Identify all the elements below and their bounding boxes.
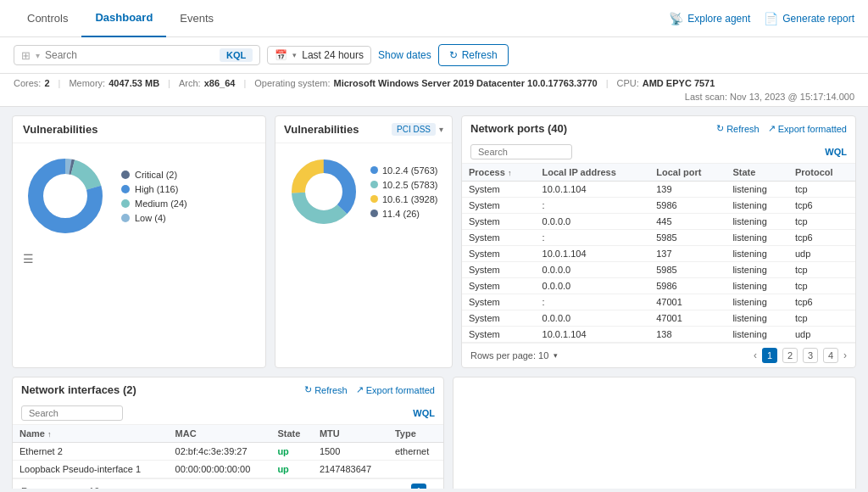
list-icon[interactable]: ☰ (23, 252, 34, 266)
iface-page-1[interactable]: 1 (411, 484, 426, 489)
cpu-label: CPU: (616, 78, 638, 88)
refresh-button[interactable]: ↻ Refresh (438, 44, 509, 66)
nav-actions: 📡 Explore agent 📄 Generate report (669, 12, 854, 25)
network-ports-card: Network ports (40) ↻ Refresh ↗ Export fo… (461, 115, 856, 368)
table-row: System 10.0.1.104 138 listening udp (462, 327, 855, 343)
iface-prev-icon[interactable]: ‹ (403, 485, 406, 489)
iface-rows-per-page-label: Rows per page: 10 (21, 486, 99, 489)
interfaces-refresh-button[interactable]: ↻ Refresh (304, 384, 348, 395)
interfaces-search-row: WQL (13, 402, 443, 425)
vuln-left-footer: ☰ (13, 249, 265, 272)
ports-title: Network ports (40) (470, 122, 567, 135)
table-row: Ethernet 2 02:bf:4c:3e:39:27 up 1500 eth… (13, 443, 443, 461)
ports-page-2[interactable]: 2 (782, 348, 798, 363)
ports-search-row: WQL (462, 141, 855, 164)
os-value: Microsoft Windows Server 2019 Datacenter… (334, 78, 598, 88)
ports-next-icon[interactable]: › (843, 349, 847, 361)
calendar-icon: 📅 (275, 49, 287, 61)
pci-dss-label: PCI DSS (392, 123, 436, 136)
top-nav: Controls Dashboard Events 📡 Explore agen… (0, 0, 868, 37)
ports-prev-icon[interactable]: ‹ (754, 349, 757, 361)
ports-page-4[interactable]: 4 (823, 348, 838, 363)
generate-report-button[interactable]: 📄 Generate report (764, 12, 854, 25)
table-row: System : 5985 listening tcp6 (462, 230, 855, 246)
empty-placeholder (453, 377, 856, 489)
iface-export-icon: ↗ (356, 384, 364, 395)
legend-114: 11.4 (26) (370, 209, 437, 219)
nav-item-controls[interactable]: Controls (14, 0, 81, 37)
table-row: System 10.0.1.104 137 listening udp (462, 246, 855, 262)
pci-dss-arrow[interactable]: ▾ (439, 125, 443, 134)
table-row: System : 47001 listening tcp6 (462, 294, 855, 310)
vuln-left-body: Critical (2) High (116) Medium (24) Low … (13, 143, 265, 249)
arch-value: x86_64 (204, 78, 236, 88)
interfaces-export-button[interactable]: ↗ Export formatted (356, 384, 435, 395)
ports-search-input[interactable] (470, 144, 572, 159)
high-dot (121, 185, 130, 193)
iface-col-name: Name ↑ (13, 425, 169, 443)
low-dot (121, 214, 130, 222)
refresh-icon: ↻ (449, 49, 458, 61)
time-arrow-icon: ▾ (292, 51, 297, 59)
kql-badge[interactable]: KQL (220, 48, 253, 62)
vulnerabilities-left-card: Vulnerabilities (12, 115, 266, 368)
ports-refresh-icon: ↻ (716, 123, 724, 134)
ports-page-3[interactable]: 3 (803, 348, 818, 363)
ports-pagination: Rows per page: 10 ▾ ‹ 1 2 3 4 › (462, 343, 855, 367)
arch-label: Arch: (179, 78, 201, 88)
show-dates-button[interactable]: Show dates (378, 49, 431, 61)
vuln-right-donut (286, 154, 362, 230)
medium-dot (121, 199, 130, 208)
search-input[interactable] (45, 49, 214, 61)
time-selector[interactable]: 📅 ▾ Last 24 hours (267, 46, 371, 64)
ports-refresh-button[interactable]: ↻ Refresh (716, 123, 760, 134)
pci-dss-badge: PCI DSS ▾ (392, 123, 443, 136)
search-bar: ⊞ ▾ KQL 📅 ▾ Last 24 hours Show dates ↻ R… (0, 37, 868, 74)
legend-item-high: High (116) (121, 184, 187, 194)
filter-arrow-icon[interactable]: ▾ (36, 51, 40, 60)
top-row: Vulnerabilities (12, 115, 856, 368)
col-port: Local port (649, 164, 726, 182)
interfaces-pagination: Rows per page: 10 ▾ ‹ 1 › (13, 478, 443, 489)
critical-dot (121, 171, 130, 179)
ports-rows-arrow[interactable]: ▾ (554, 351, 558, 360)
explore-agent-button[interactable]: 📡 Explore agent (669, 12, 750, 25)
iface-refresh-icon: ↻ (304, 384, 312, 395)
col-process: Process ↑ (462, 164, 536, 182)
middle-row: Network interfaces (2) ↻ Refresh ↗ Expor… (12, 377, 856, 489)
ports-wql-badge[interactable]: WQL (825, 147, 847, 157)
vuln-left-title: Vulnerabilities (23, 123, 97, 136)
memory-label: Memory: (69, 78, 105, 88)
ports-rows-per-page-label: Rows per page: 10 (470, 350, 548, 361)
legend-item-low: Low (4) (121, 213, 187, 223)
ports-header: Network ports (40) ↻ Refresh ↗ Export fo… (462, 116, 855, 141)
interfaces-wql-badge[interactable]: WQL (413, 408, 435, 418)
ports-export-button[interactable]: ↗ Export formatted (768, 123, 847, 134)
legend-1061: 10.6.1 (3928) (370, 194, 437, 204)
search-input-wrap: ⊞ ▾ KQL (14, 45, 260, 65)
explore-agent-icon: 📡 (669, 12, 683, 25)
nav-item-dashboard[interactable]: Dashboard (81, 0, 166, 37)
interfaces-actions: ↻ Refresh ↗ Export formatted (304, 384, 435, 395)
table-row: System 0.0.0.0 5985 listening tcp (462, 262, 855, 278)
iface-rows-arrow[interactable]: ▾ (104, 487, 108, 489)
vuln-left-legend: Critical (2) High (116) Medium (24) Low … (121, 170, 187, 223)
main-content: Vulnerabilities (0, 107, 868, 489)
ports-table: Process ↑ Local IP address Local port St… (462, 164, 855, 343)
generate-report-icon: 📄 (764, 12, 778, 25)
ports-page-1[interactable]: 1 (762, 348, 777, 363)
legend-item-critical: Critical (2) (121, 170, 187, 180)
vuln-right-legend: 10.2.4 (5763) 10.2.5 (5783) 10.6.1 (3928… (370, 165, 437, 219)
vulnerabilities-right-card: Vulnerabilities PCI DSS ▾ (275, 115, 453, 368)
vuln-right-body: 10.2.4 (5763) 10.2.5 (5783) 10.6.1 (3928… (275, 143, 452, 240)
iface-next-icon[interactable]: › (431, 485, 435, 489)
interfaces-search-input[interactable] (21, 405, 123, 421)
export-icon: ↗ (768, 123, 776, 134)
legend-1024: 10.2.4 (5763) (370, 165, 437, 176)
interfaces-header: Network interfaces (2) ↻ Refresh ↗ Expor… (13, 377, 443, 402)
nav-item-events[interactable]: Events (166, 0, 227, 37)
col-protocol: Protocol (788, 164, 855, 182)
iface-col-state: State (270, 425, 313, 443)
vuln-right-title: Vulnerabilities (284, 123, 359, 136)
time-range-label: Last 24 hours (302, 49, 364, 61)
